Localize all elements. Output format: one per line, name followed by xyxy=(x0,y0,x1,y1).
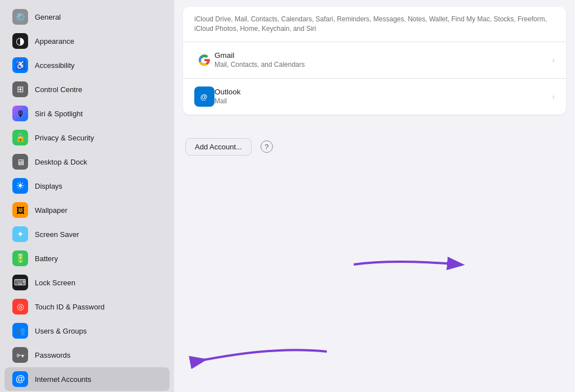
sidebar-item-desktop[interactable]: 🖥Desktop & Dock xyxy=(4,150,170,174)
control-centre-icon: ⊞ xyxy=(12,81,28,97)
gmail-row[interactable]: Gmail Mail, Contacts, and Calendars › xyxy=(183,42,566,79)
desktop-icon: 🖥 xyxy=(12,154,28,170)
sidebar-item-wallpaper[interactable]: 🖼Wallpaper xyxy=(4,198,170,222)
sidebar-item-accessibility[interactable]: ♿Accessibility xyxy=(4,53,170,77)
sidebar-label-passwords: Passwords xyxy=(35,351,71,359)
sidebar-label-users: Users & Groups xyxy=(35,327,86,335)
outlook-chevron: › xyxy=(552,92,555,101)
sidebar-label-accessibility: Accessibility xyxy=(35,61,75,70)
gmail-info: Gmail Mail, Contacts, and Calendars xyxy=(215,51,552,69)
sidebar-item-siri[interactable]: 🎙Siri & Spotlight xyxy=(4,102,170,125)
sidebar-item-general[interactable]: ⚙️General xyxy=(4,5,170,29)
sidebar-label-desktop: Desktop & Dock xyxy=(35,158,87,166)
gmail-desc: Mail, Contacts, and Calendars xyxy=(215,61,552,69)
sidebar-label-privacy: Privacy & Security xyxy=(35,134,94,142)
sidebar-label-siri: Siri & Spotlight xyxy=(35,110,83,118)
sidebar-item-users[interactable]: 👥Users & Groups xyxy=(4,319,170,343)
users-icon: 👥 xyxy=(12,323,28,339)
wallpaper-icon: 🖼 xyxy=(12,202,28,218)
accessibility-icon: ♿ xyxy=(12,57,28,73)
sidebar: ⚙️General◑Appearance♿Accessibility⊞Contr… xyxy=(0,0,174,392)
gmail-name: Gmail xyxy=(215,51,552,60)
sidebar-label-touchid: Touch ID & Password xyxy=(35,303,104,311)
siri-icon: 🎙 xyxy=(12,106,28,121)
svg-text:@: @ xyxy=(200,92,208,101)
sidebar-label-battery: Battery xyxy=(35,254,58,263)
sidebar-label-screensaver: Screen Saver xyxy=(35,230,79,239)
icloud-row[interactable]: iCloud Drive, Mail, Contacts, Calendars,… xyxy=(183,7,566,42)
sidebar-item-passwords[interactable]: 🗝Passwords xyxy=(4,343,170,367)
accounts-card: iCloud Drive, Mail, Contacts, Calendars,… xyxy=(183,7,566,115)
help-button[interactable]: ? xyxy=(261,140,273,153)
general-icon: ⚙️ xyxy=(12,9,28,25)
sidebar-item-appearance[interactable]: ◑Appearance xyxy=(4,29,170,53)
internet-icon: @ xyxy=(12,371,28,387)
google-icon xyxy=(194,50,215,70)
sidebar-item-lockscreen[interactable]: ⌨Lock Screen xyxy=(4,271,170,294)
displays-icon: ☀ xyxy=(12,178,28,194)
outlook-icon: @ xyxy=(194,86,215,107)
outlook-info: Outlook Mail xyxy=(215,88,552,105)
sidebar-item-control-centre[interactable]: ⊞Control Centre xyxy=(4,78,170,101)
gmail-chevron: › xyxy=(552,56,555,65)
sidebar-label-control-centre: Control Centre xyxy=(35,85,83,94)
sidebar-item-battery[interactable]: 🔋Battery xyxy=(4,247,170,270)
outlook-row[interactable]: @ Outlook Mail › xyxy=(183,79,566,115)
arrow-right-annotation xyxy=(348,250,472,279)
outlook-name: Outlook xyxy=(215,88,552,96)
sidebar-label-lockscreen: Lock Screen xyxy=(35,279,75,287)
sidebar-label-wallpaper: Wallpaper xyxy=(35,206,67,215)
appearance-icon: ◑ xyxy=(12,33,28,49)
sidebar-item-privacy[interactable]: 🔒Privacy & Security xyxy=(4,126,170,149)
bottom-area: Add Account... ? xyxy=(174,121,575,172)
sidebar-label-appearance: Appearance xyxy=(35,37,74,45)
passwords-icon: 🗝 xyxy=(12,347,28,363)
sidebar-item-touchid[interactable]: ◎Touch ID & Password xyxy=(4,295,170,318)
main-wrapper: iCloud Drive, Mail, Contacts, Calendars,… xyxy=(174,0,575,392)
sidebar-item-internet[interactable]: @Internet Accounts xyxy=(4,367,170,391)
battery-icon: 🔋 xyxy=(12,250,28,266)
outlook-desc: Mail xyxy=(215,97,552,105)
privacy-icon: 🔒 xyxy=(12,130,28,145)
lockscreen-icon: ⌨ xyxy=(12,275,28,290)
sidebar-label-displays: Displays xyxy=(35,182,62,190)
screensaver-icon: ✦ xyxy=(12,226,28,242)
sidebar-item-displays[interactable]: ☀Displays xyxy=(4,174,170,198)
icloud-description: iCloud Drive, Mail, Contacts, Calendars,… xyxy=(194,15,555,34)
sidebar-label-general: General xyxy=(35,13,61,21)
sidebar-label-internet: Internet Accounts xyxy=(35,375,91,384)
add-account-button[interactable]: Add Account... xyxy=(185,138,252,156)
main-content: iCloud Drive, Mail, Contacts, Calendars,… xyxy=(174,0,575,392)
touchid-icon: ◎ xyxy=(12,299,28,314)
sidebar-item-screensaver[interactable]: ✦Screen Saver xyxy=(4,222,170,246)
